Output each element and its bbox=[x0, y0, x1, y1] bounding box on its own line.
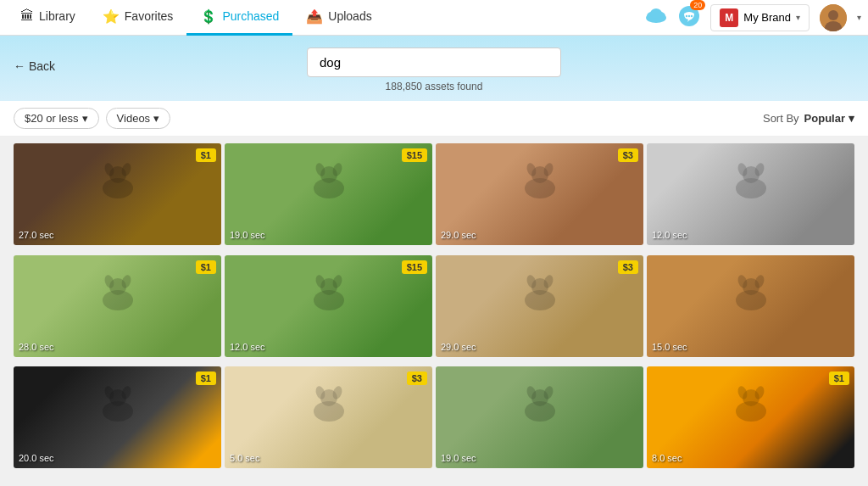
price-badge: $15 bbox=[402, 260, 427, 274]
price-badge: $1 bbox=[829, 371, 849, 385]
grid-item[interactable]: $329.0 sec bbox=[436, 255, 643, 357]
user-avatar[interactable] bbox=[820, 4, 847, 31]
duration-badge: 27.0 sec bbox=[19, 230, 54, 240]
search-input[interactable] bbox=[307, 47, 561, 77]
sort-button[interactable]: Popular ▾ bbox=[804, 112, 854, 125]
tab-purchased-label: Purchased bbox=[222, 9, 279, 23]
tab-uploads-label: Uploads bbox=[328, 9, 371, 23]
type-filter-chevron-icon: ▾ bbox=[153, 112, 159, 125]
brand-chevron-icon: ▾ bbox=[796, 13, 800, 22]
duration-badge: 12.0 sec bbox=[652, 230, 687, 240]
grid-item[interactable]: 12.0 sec bbox=[647, 143, 854, 245]
sort-value: Popular bbox=[804, 112, 845, 125]
duration-badge: 28.0 sec bbox=[19, 342, 54, 352]
user-chevron-icon: ▾ bbox=[857, 13, 861, 22]
duration-badge: 29.0 sec bbox=[441, 342, 476, 352]
duration-badge: 19.0 sec bbox=[230, 230, 265, 240]
brand-name: My Brand bbox=[743, 11, 791, 24]
back-label: Back bbox=[29, 59, 55, 72]
purchased-icon: 💲 bbox=[200, 8, 217, 25]
duration-badge: 12.0 sec bbox=[230, 342, 265, 352]
price-filter-label: $20 or less bbox=[25, 112, 79, 125]
grid-item[interactable]: $35.0 sec bbox=[225, 366, 432, 468]
price-badge: $3 bbox=[618, 260, 638, 274]
price-badge: $1 bbox=[196, 148, 216, 162]
duration-badge: 29.0 sec bbox=[441, 230, 476, 240]
tab-library-label: Library bbox=[39, 9, 75, 23]
cloud-icon[interactable] bbox=[644, 7, 668, 29]
grid-item[interactable]: $1519.0 sec bbox=[225, 143, 432, 245]
svg-point-9 bbox=[828, 10, 838, 20]
sort-area: Sort By Popular ▾ bbox=[763, 112, 854, 125]
brand-initial: M bbox=[720, 8, 738, 27]
grid-item[interactable]: $1512.0 sec bbox=[225, 255, 432, 357]
svg-point-6 bbox=[688, 14, 690, 16]
back-button[interactable]: ← Back bbox=[14, 59, 55, 72]
tab-favorites[interactable]: ⭐ Favorites bbox=[89, 0, 187, 36]
grid-item[interactable]: 19.0 sec bbox=[436, 366, 643, 468]
tab-library[interactable]: 🏛 Library bbox=[7, 0, 89, 36]
tab-purchased[interactable]: 💲 Purchased bbox=[186, 0, 292, 36]
duration-badge: 20.0 sec bbox=[19, 453, 54, 463]
library-icon: 🏛 bbox=[20, 8, 34, 24]
results-count: 188,850 assets found bbox=[386, 81, 483, 92]
sort-label: Sort By bbox=[763, 112, 799, 125]
price-filter[interactable]: $20 or less ▾ bbox=[14, 108, 99, 129]
grid-item[interactable]: $120.0 sec bbox=[14, 366, 221, 468]
chat-badge: 20 bbox=[690, 0, 705, 10]
filters-row: $20 or less ▾ Videos ▾ Sort By Popular ▾ bbox=[0, 101, 868, 137]
price-badge: $1 bbox=[196, 371, 216, 385]
search-area: ← Back 188,850 assets found bbox=[0, 36, 868, 101]
price-filter-chevron-icon: ▾ bbox=[82, 112, 88, 125]
search-input-wrap bbox=[307, 47, 561, 77]
duration-badge: 5.0 sec bbox=[230, 453, 259, 463]
tab-uploads[interactable]: 📤 Uploads bbox=[292, 0, 385, 36]
sort-chevron-icon: ▾ bbox=[849, 112, 854, 125]
duration-badge: 15.0 sec bbox=[652, 342, 687, 352]
brand-selector[interactable]: M My Brand ▾ bbox=[710, 4, 810, 31]
uploads-icon: 📤 bbox=[306, 8, 323, 25]
duration-badge: 8.0 sec bbox=[652, 453, 682, 463]
svg-point-5 bbox=[686, 14, 687, 16]
nav-right: 20 M My Brand ▾ ▾ bbox=[644, 4, 861, 31]
tab-favorites-label: Favorites bbox=[125, 9, 174, 23]
chat-icon-wrap[interactable]: 20 bbox=[678, 5, 700, 31]
type-filter[interactable]: Videos ▾ bbox=[106, 108, 171, 129]
grid-item[interactable]: $18.0 sec bbox=[647, 366, 854, 468]
price-badge: $3 bbox=[618, 148, 638, 162]
duration-badge: 19.0 sec bbox=[441, 453, 476, 463]
price-badge: $15 bbox=[402, 148, 427, 162]
favorites-icon: ⭐ bbox=[103, 8, 120, 25]
type-filter-label: Videos bbox=[117, 112, 151, 125]
svg-point-7 bbox=[691, 14, 693, 16]
video-grid: $127.0 sec $1519.0 sec $329.0 sec 12.0 s… bbox=[0, 137, 868, 482]
grid-item[interactable]: $128.0 sec bbox=[14, 255, 221, 357]
grid-item[interactable]: $329.0 sec bbox=[436, 143, 643, 245]
grid-item[interactable]: 15.0 sec bbox=[647, 255, 854, 357]
svg-point-3 bbox=[650, 8, 662, 19]
price-badge: $3 bbox=[407, 371, 427, 385]
price-badge: $1 bbox=[196, 260, 216, 274]
grid-item[interactable]: $127.0 sec bbox=[14, 143, 221, 245]
top-nav: 🏛 Library ⭐ Favorites 💲 Purchased 📤 Uplo… bbox=[0, 0, 868, 36]
back-arrow-icon: ← bbox=[14, 59, 25, 72]
